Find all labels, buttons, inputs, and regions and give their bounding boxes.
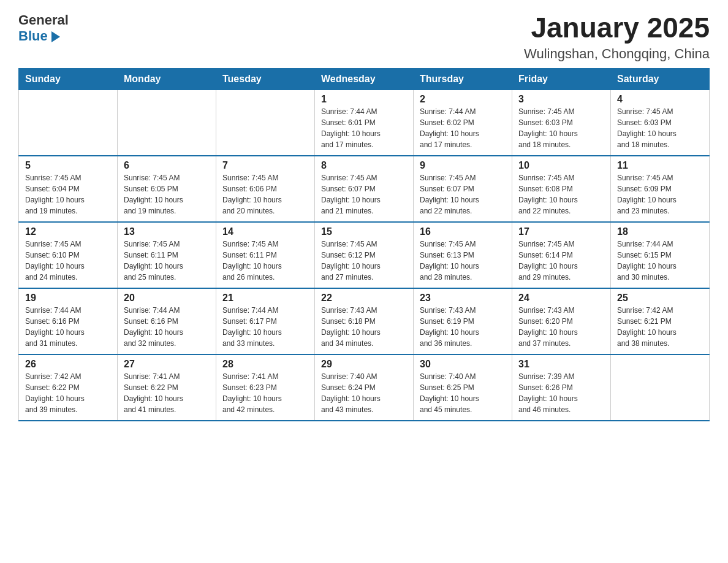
calendar-day-26: 26Sunrise: 7:42 AM Sunset: 6:22 PM Dayli… [19, 354, 118, 421]
weekday-header-friday: Friday [512, 68, 611, 90]
day-number: 18 [617, 226, 703, 237]
weekday-header-tuesday: Tuesday [216, 68, 315, 90]
day-info: Sunrise: 7:45 AM Sunset: 6:11 PM Dayligh… [124, 239, 210, 283]
day-number: 4 [617, 94, 703, 105]
day-number: 7 [222, 160, 308, 171]
logo-general-text: General [18, 12, 69, 28]
calendar-day-13: 13Sunrise: 7:45 AM Sunset: 6:11 PM Dayli… [118, 222, 216, 288]
day-number: 27 [124, 359, 210, 370]
weekday-header-sunday: Sunday [19, 68, 118, 90]
day-number: 19 [25, 293, 111, 304]
day-info: Sunrise: 7:44 AM Sunset: 6:16 PM Dayligh… [124, 305, 210, 349]
calendar-day-4: 4Sunrise: 7:45 AM Sunset: 6:03 PM Daylig… [611, 90, 710, 156]
day-number: 29 [321, 359, 407, 370]
calendar-day-16: 16Sunrise: 7:45 AM Sunset: 6:13 PM Dayli… [414, 222, 512, 288]
day-info: Sunrise: 7:41 AM Sunset: 6:23 PM Dayligh… [222, 371, 308, 415]
day-number: 1 [321, 94, 407, 105]
calendar-day-20: 20Sunrise: 7:44 AM Sunset: 6:16 PM Dayli… [118, 288, 216, 354]
calendar-day-17: 17Sunrise: 7:45 AM Sunset: 6:14 PM Dayli… [512, 222, 611, 288]
day-info: Sunrise: 7:45 AM Sunset: 6:08 PM Dayligh… [518, 172, 604, 216]
day-number: 30 [420, 359, 506, 370]
day-number: 9 [420, 160, 506, 171]
calendar-day-12: 12Sunrise: 7:45 AM Sunset: 6:10 PM Dayli… [19, 222, 118, 288]
calendar-subtitle: Wulingshan, Chongqing, China [524, 46, 710, 62]
calendar-day-2: 2Sunrise: 7:44 AM Sunset: 6:02 PM Daylig… [414, 90, 512, 156]
day-number: 21 [222, 293, 308, 304]
calendar-day-18: 18Sunrise: 7:44 AM Sunset: 6:15 PM Dayli… [611, 222, 710, 288]
day-number: 31 [518, 359, 604, 370]
day-info: Sunrise: 7:42 AM Sunset: 6:22 PM Dayligh… [25, 371, 111, 415]
calendar-day-7: 7Sunrise: 7:45 AM Sunset: 6:06 PM Daylig… [216, 156, 315, 222]
day-info: Sunrise: 7:45 AM Sunset: 6:07 PM Dayligh… [321, 172, 407, 216]
calendar-header-row: SundayMondayTuesdayWednesdayThursdayFrid… [19, 68, 710, 90]
calendar-day-15: 15Sunrise: 7:45 AM Sunset: 6:12 PM Dayli… [315, 222, 414, 288]
calendar-day-27: 27Sunrise: 7:41 AM Sunset: 6:22 PM Dayli… [118, 354, 216, 421]
calendar-empty-cell [19, 90, 118, 156]
day-info: Sunrise: 7:39 AM Sunset: 6:26 PM Dayligh… [518, 371, 604, 415]
logo-blue-text: Blue [18, 28, 69, 44]
calendar-week-row: 5Sunrise: 7:45 AM Sunset: 6:04 PM Daylig… [19, 156, 710, 222]
day-number: 15 [321, 226, 407, 237]
calendar-week-row: 1Sunrise: 7:44 AM Sunset: 6:01 PM Daylig… [19, 90, 710, 156]
day-info: Sunrise: 7:44 AM Sunset: 6:02 PM Dayligh… [420, 106, 506, 150]
day-info: Sunrise: 7:45 AM Sunset: 6:06 PM Dayligh… [222, 172, 308, 216]
calendar-empty-cell [611, 354, 710, 421]
day-info: Sunrise: 7:42 AM Sunset: 6:21 PM Dayligh… [617, 305, 703, 349]
day-info: Sunrise: 7:45 AM Sunset: 6:03 PM Dayligh… [617, 106, 703, 150]
day-number: 20 [124, 293, 210, 304]
calendar-week-row: 12Sunrise: 7:45 AM Sunset: 6:10 PM Dayli… [19, 222, 710, 288]
weekday-header-thursday: Thursday [414, 68, 512, 90]
day-number: 6 [124, 160, 210, 171]
calendar-day-5: 5Sunrise: 7:45 AM Sunset: 6:04 PM Daylig… [19, 156, 118, 222]
calendar-day-9: 9Sunrise: 7:45 AM Sunset: 6:07 PM Daylig… [414, 156, 512, 222]
calendar-empty-cell [118, 90, 216, 156]
day-number: 28 [222, 359, 308, 370]
day-info: Sunrise: 7:45 AM Sunset: 6:05 PM Dayligh… [124, 172, 210, 216]
day-info: Sunrise: 7:43 AM Sunset: 6:18 PM Dayligh… [321, 305, 407, 349]
weekday-header-saturday: Saturday [611, 68, 710, 90]
calendar-day-11: 11Sunrise: 7:45 AM Sunset: 6:09 PM Dayli… [611, 156, 710, 222]
day-info: Sunrise: 7:44 AM Sunset: 6:16 PM Dayligh… [25, 305, 111, 349]
calendar-day-28: 28Sunrise: 7:41 AM Sunset: 6:23 PM Dayli… [216, 354, 315, 421]
day-number: 3 [518, 94, 604, 105]
day-number: 10 [518, 160, 604, 171]
day-number: 12 [25, 226, 111, 237]
weekday-header-monday: Monday [118, 68, 216, 90]
day-info: Sunrise: 7:40 AM Sunset: 6:25 PM Dayligh… [420, 371, 506, 415]
day-info: Sunrise: 7:45 AM Sunset: 6:14 PM Dayligh… [518, 239, 604, 283]
day-number: 22 [321, 293, 407, 304]
weekday-header-wednesday: Wednesday [315, 68, 414, 90]
day-info: Sunrise: 7:45 AM Sunset: 6:12 PM Dayligh… [321, 239, 407, 283]
day-number: 26 [25, 359, 111, 370]
calendar-week-row: 26Sunrise: 7:42 AM Sunset: 6:22 PM Dayli… [19, 354, 710, 421]
day-info: Sunrise: 7:45 AM Sunset: 6:13 PM Dayligh… [420, 239, 506, 283]
calendar-day-10: 10Sunrise: 7:45 AM Sunset: 6:08 PM Dayli… [512, 156, 611, 222]
day-info: Sunrise: 7:43 AM Sunset: 6:19 PM Dayligh… [420, 305, 506, 349]
day-number: 13 [124, 226, 210, 237]
day-info: Sunrise: 7:44 AM Sunset: 6:15 PM Dayligh… [617, 239, 703, 283]
calendar-day-31: 31Sunrise: 7:39 AM Sunset: 6:26 PM Dayli… [512, 354, 611, 421]
calendar-empty-cell [216, 90, 315, 156]
logo-arrow-icon [51, 31, 60, 42]
calendar-title: January 2025 [524, 12, 710, 44]
day-info: Sunrise: 7:45 AM Sunset: 6:10 PM Dayligh… [25, 239, 111, 283]
day-info: Sunrise: 7:45 AM Sunset: 6:04 PM Dayligh… [25, 172, 111, 216]
day-info: Sunrise: 7:45 AM Sunset: 6:09 PM Dayligh… [617, 172, 703, 216]
calendar-day-3: 3Sunrise: 7:45 AM Sunset: 6:03 PM Daylig… [512, 90, 611, 156]
day-number: 16 [420, 226, 506, 237]
day-number: 17 [518, 226, 604, 237]
calendar-day-24: 24Sunrise: 7:43 AM Sunset: 6:20 PM Dayli… [512, 288, 611, 354]
day-number: 25 [617, 293, 703, 304]
calendar-day-21: 21Sunrise: 7:44 AM Sunset: 6:17 PM Dayli… [216, 288, 315, 354]
calendar-day-30: 30Sunrise: 7:40 AM Sunset: 6:25 PM Dayli… [414, 354, 512, 421]
day-info: Sunrise: 7:45 AM Sunset: 6:07 PM Dayligh… [420, 172, 506, 216]
day-number: 14 [222, 226, 308, 237]
day-number: 5 [25, 160, 111, 171]
day-number: 11 [617, 160, 703, 171]
calendar-week-row: 19Sunrise: 7:44 AM Sunset: 6:16 PM Dayli… [19, 288, 710, 354]
day-number: 2 [420, 94, 506, 105]
day-info: Sunrise: 7:45 AM Sunset: 6:03 PM Dayligh… [518, 106, 604, 150]
calendar-day-8: 8Sunrise: 7:45 AM Sunset: 6:07 PM Daylig… [315, 156, 414, 222]
day-number: 23 [420, 293, 506, 304]
day-info: Sunrise: 7:43 AM Sunset: 6:20 PM Dayligh… [518, 305, 604, 349]
